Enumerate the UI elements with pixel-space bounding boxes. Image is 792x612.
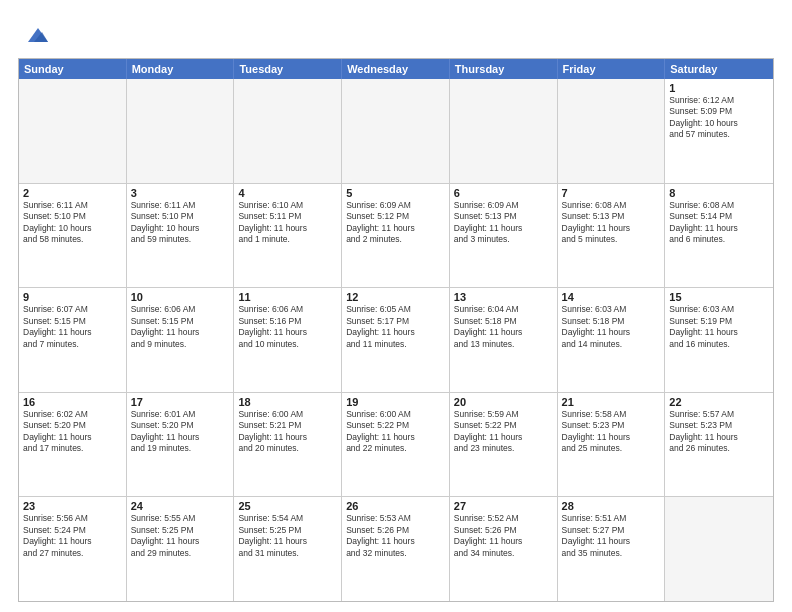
day-number: 10 <box>131 291 230 303</box>
day-info: Sunrise: 6:12 AM Sunset: 5:09 PM Dayligh… <box>669 95 769 141</box>
day-info: Sunrise: 6:08 AM Sunset: 5:13 PM Dayligh… <box>562 200 661 246</box>
day-info: Sunrise: 6:11 AM Sunset: 5:10 PM Dayligh… <box>131 200 230 246</box>
day-info: Sunrise: 5:54 AM Sunset: 5:25 PM Dayligh… <box>238 513 337 559</box>
day-number: 2 <box>23 187 122 199</box>
day-cell-15: 15Sunrise: 6:03 AM Sunset: 5:19 PM Dayli… <box>665 288 773 392</box>
day-cell-2: 2Sunrise: 6:11 AM Sunset: 5:10 PM Daylig… <box>19 184 127 288</box>
day-cell-13: 13Sunrise: 6:04 AM Sunset: 5:18 PM Dayli… <box>450 288 558 392</box>
day-number: 20 <box>454 396 553 408</box>
calendar-header: SundayMondayTuesdayWednesdayThursdayFrid… <box>19 59 773 79</box>
day-number: 4 <box>238 187 337 199</box>
day-info: Sunrise: 6:07 AM Sunset: 5:15 PM Dayligh… <box>23 304 122 350</box>
day-cell-12: 12Sunrise: 6:05 AM Sunset: 5:17 PM Dayli… <box>342 288 450 392</box>
day-number: 16 <box>23 396 122 408</box>
day-cell-6: 6Sunrise: 6:09 AM Sunset: 5:13 PM Daylig… <box>450 184 558 288</box>
day-info: Sunrise: 5:55 AM Sunset: 5:25 PM Dayligh… <box>131 513 230 559</box>
day-number: 23 <box>23 500 122 512</box>
day-cell-empty-0-0 <box>19 79 127 183</box>
day-number: 24 <box>131 500 230 512</box>
day-info: Sunrise: 6:00 AM Sunset: 5:21 PM Dayligh… <box>238 409 337 455</box>
day-cell-20: 20Sunrise: 5:59 AM Sunset: 5:22 PM Dayli… <box>450 393 558 497</box>
day-info: Sunrise: 5:52 AM Sunset: 5:26 PM Dayligh… <box>454 513 553 559</box>
day-cell-27: 27Sunrise: 5:52 AM Sunset: 5:26 PM Dayli… <box>450 497 558 601</box>
calendar-row-0: 1Sunrise: 6:12 AM Sunset: 5:09 PM Daylig… <box>19 79 773 184</box>
day-cell-24: 24Sunrise: 5:55 AM Sunset: 5:25 PM Dayli… <box>127 497 235 601</box>
day-info: Sunrise: 5:53 AM Sunset: 5:26 PM Dayligh… <box>346 513 445 559</box>
day-cell-10: 10Sunrise: 6:06 AM Sunset: 5:15 PM Dayli… <box>127 288 235 392</box>
day-number: 21 <box>562 396 661 408</box>
day-info: Sunrise: 6:06 AM Sunset: 5:15 PM Dayligh… <box>131 304 230 350</box>
day-cell-empty-0-5 <box>558 79 666 183</box>
day-info: Sunrise: 6:01 AM Sunset: 5:20 PM Dayligh… <box>131 409 230 455</box>
day-info: Sunrise: 5:58 AM Sunset: 5:23 PM Dayligh… <box>562 409 661 455</box>
weekday-header-thursday: Thursday <box>450 59 558 79</box>
day-number: 28 <box>562 500 661 512</box>
header <box>18 18 774 52</box>
day-cell-empty-0-2 <box>234 79 342 183</box>
day-number: 1 <box>669 82 769 94</box>
calendar-row-2: 9Sunrise: 6:07 AM Sunset: 5:15 PM Daylig… <box>19 288 773 393</box>
day-cell-3: 3Sunrise: 6:11 AM Sunset: 5:10 PM Daylig… <box>127 184 235 288</box>
day-cell-16: 16Sunrise: 6:02 AM Sunset: 5:20 PM Dayli… <box>19 393 127 497</box>
day-number: 26 <box>346 500 445 512</box>
day-cell-22: 22Sunrise: 5:57 AM Sunset: 5:23 PM Dayli… <box>665 393 773 497</box>
day-info: Sunrise: 6:05 AM Sunset: 5:17 PM Dayligh… <box>346 304 445 350</box>
day-cell-23: 23Sunrise: 5:56 AM Sunset: 5:24 PM Dayli… <box>19 497 127 601</box>
calendar: SundayMondayTuesdayWednesdayThursdayFrid… <box>18 58 774 602</box>
day-cell-empty-0-3 <box>342 79 450 183</box>
day-number: 7 <box>562 187 661 199</box>
day-cell-26: 26Sunrise: 5:53 AM Sunset: 5:26 PM Dayli… <box>342 497 450 601</box>
day-number: 5 <box>346 187 445 199</box>
weekday-header-friday: Friday <box>558 59 666 79</box>
day-cell-17: 17Sunrise: 6:01 AM Sunset: 5:20 PM Dayli… <box>127 393 235 497</box>
weekday-header-wednesday: Wednesday <box>342 59 450 79</box>
day-number: 14 <box>562 291 661 303</box>
day-cell-4: 4Sunrise: 6:10 AM Sunset: 5:11 PM Daylig… <box>234 184 342 288</box>
calendar-row-1: 2Sunrise: 6:11 AM Sunset: 5:10 PM Daylig… <box>19 184 773 289</box>
day-number: 12 <box>346 291 445 303</box>
weekday-header-saturday: Saturday <box>665 59 773 79</box>
day-cell-8: 8Sunrise: 6:08 AM Sunset: 5:14 PM Daylig… <box>665 184 773 288</box>
logo <box>18 18 52 52</box>
day-number: 19 <box>346 396 445 408</box>
day-number: 6 <box>454 187 553 199</box>
day-info: Sunrise: 6:09 AM Sunset: 5:13 PM Dayligh… <box>454 200 553 246</box>
day-info: Sunrise: 6:11 AM Sunset: 5:10 PM Dayligh… <box>23 200 122 246</box>
day-number: 18 <box>238 396 337 408</box>
calendar-body: 1Sunrise: 6:12 AM Sunset: 5:09 PM Daylig… <box>19 79 773 601</box>
page: SundayMondayTuesdayWednesdayThursdayFrid… <box>0 0 792 612</box>
day-number: 11 <box>238 291 337 303</box>
day-cell-empty-0-1 <box>127 79 235 183</box>
day-cell-14: 14Sunrise: 6:03 AM Sunset: 5:18 PM Dayli… <box>558 288 666 392</box>
day-cell-9: 9Sunrise: 6:07 AM Sunset: 5:15 PM Daylig… <box>19 288 127 392</box>
day-cell-empty-4-6 <box>665 497 773 601</box>
day-cell-7: 7Sunrise: 6:08 AM Sunset: 5:13 PM Daylig… <box>558 184 666 288</box>
calendar-row-3: 16Sunrise: 6:02 AM Sunset: 5:20 PM Dayli… <box>19 393 773 498</box>
day-cell-18: 18Sunrise: 6:00 AM Sunset: 5:21 PM Dayli… <box>234 393 342 497</box>
day-info: Sunrise: 5:59 AM Sunset: 5:22 PM Dayligh… <box>454 409 553 455</box>
day-info: Sunrise: 5:56 AM Sunset: 5:24 PM Dayligh… <box>23 513 122 559</box>
day-cell-5: 5Sunrise: 6:09 AM Sunset: 5:12 PM Daylig… <box>342 184 450 288</box>
logo-icon <box>20 20 52 52</box>
day-info: Sunrise: 6:02 AM Sunset: 5:20 PM Dayligh… <box>23 409 122 455</box>
day-number: 3 <box>131 187 230 199</box>
day-number: 15 <box>669 291 769 303</box>
day-info: Sunrise: 6:08 AM Sunset: 5:14 PM Dayligh… <box>669 200 769 246</box>
day-cell-19: 19Sunrise: 6:00 AM Sunset: 5:22 PM Dayli… <box>342 393 450 497</box>
day-number: 22 <box>669 396 769 408</box>
day-number: 9 <box>23 291 122 303</box>
day-cell-11: 11Sunrise: 6:06 AM Sunset: 5:16 PM Dayli… <box>234 288 342 392</box>
day-number: 13 <box>454 291 553 303</box>
day-number: 17 <box>131 396 230 408</box>
weekday-header-sunday: Sunday <box>19 59 127 79</box>
day-info: Sunrise: 6:03 AM Sunset: 5:18 PM Dayligh… <box>562 304 661 350</box>
day-info: Sunrise: 6:06 AM Sunset: 5:16 PM Dayligh… <box>238 304 337 350</box>
day-number: 8 <box>669 187 769 199</box>
day-info: Sunrise: 5:51 AM Sunset: 5:27 PM Dayligh… <box>562 513 661 559</box>
day-number: 25 <box>238 500 337 512</box>
weekday-header-tuesday: Tuesday <box>234 59 342 79</box>
weekday-header-monday: Monday <box>127 59 235 79</box>
day-number: 27 <box>454 500 553 512</box>
day-info: Sunrise: 6:10 AM Sunset: 5:11 PM Dayligh… <box>238 200 337 246</box>
day-info: Sunrise: 5:57 AM Sunset: 5:23 PM Dayligh… <box>669 409 769 455</box>
